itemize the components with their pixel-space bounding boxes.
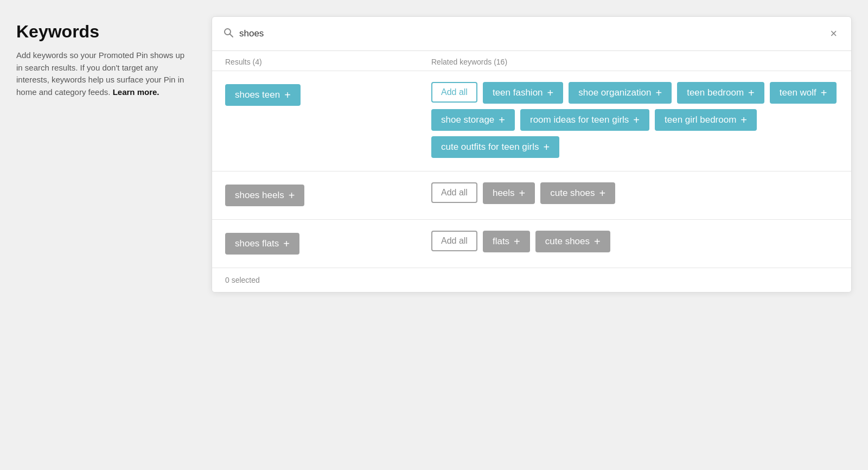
add-all-button-flats[interactable]: Add all	[431, 231, 477, 251]
keyword-button-shoes-teen[interactable]: shoes teen +	[225, 84, 301, 106]
plus-icon: +	[543, 142, 550, 153]
page-container: Keywords Add keywords so your Promoted P…	[16, 16, 852, 293]
keyword-button-shoes-heels[interactable]: shoes heels +	[225, 185, 304, 206]
plus-icon: +	[283, 238, 290, 249]
keyword-label: teen girl bedroom	[665, 115, 736, 125]
keyword-label: teen fashion	[493, 87, 543, 98]
search-bar: ×	[212, 17, 851, 51]
keyword-button-cute-shoes-flats[interactable]: cute shoes +	[535, 231, 610, 252]
section-right: Add all heels + cute shoes +	[431, 182, 838, 204]
search-icon	[223, 27, 234, 41]
section-left: shoes heels +	[225, 182, 431, 206]
plus-icon: +	[821, 87, 827, 98]
keyword-label: shoes flats	[235, 238, 279, 249]
result-section-shoes-teen: shoes teen + Add all teen fashion + shoe…	[212, 71, 851, 172]
section-row: shoes heels + Add all heels + cute shoes…	[225, 182, 838, 206]
plus-icon: +	[547, 87, 554, 98]
add-all-button-heels[interactable]: Add all	[431, 182, 477, 203]
section-left: shoes teen +	[225, 82, 431, 106]
keyword-label: shoe storage	[441, 115, 494, 125]
keyword-label: heels	[493, 188, 515, 199]
keyword-button-teen-girl-bedroom[interactable]: teen girl bedroom +	[655, 109, 757, 131]
results-column-header: Results (4)	[225, 58, 431, 66]
keyword-label: shoes heels	[235, 190, 284, 201]
plus-icon: +	[599, 188, 605, 199]
keyword-button-teen-bedroom[interactable]: teen bedroom +	[677, 82, 764, 104]
plus-icon: +	[519, 188, 526, 199]
keywords-modal: × Results (4) Related keywords (16) shoe…	[212, 16, 852, 293]
results-area: shoes teen + Add all teen fashion + shoe…	[212, 71, 851, 268]
keyword-button-teen-fashion[interactable]: teen fashion +	[483, 82, 563, 104]
add-all-button-teal[interactable]: Add all	[431, 82, 477, 103]
plus-icon: +	[499, 115, 505, 125]
keyword-button-cute-shoes-heels[interactable]: cute shoes +	[540, 182, 615, 204]
keyword-button-shoes-flats[interactable]: shoes flats +	[225, 233, 299, 255]
keyword-label: cute shoes	[545, 236, 590, 247]
close-button[interactable]: ×	[827, 27, 840, 41]
result-section-shoes-heels: shoes heels + Add all heels + cute shoes…	[212, 172, 851, 220]
section-left: shoes flats +	[225, 231, 431, 255]
sidebar-title: Keywords	[16, 22, 190, 42]
plus-icon: +	[633, 115, 640, 125]
section-right: Add all teen fashion + shoe organization…	[431, 82, 838, 158]
plus-icon: +	[289, 190, 295, 201]
column-headers: Results (4) Related keywords (16)	[212, 51, 851, 71]
keyword-button-room-ideas[interactable]: room ideas for teen girls +	[520, 109, 649, 131]
plus-icon: +	[748, 87, 755, 98]
sidebar-desc-text: Add keywords so your Promoted Pin shows …	[16, 50, 184, 97]
keyword-label: teen bedroom	[687, 87, 744, 98]
sidebar-learn-more[interactable]: Learn more.	[113, 87, 159, 97]
keyword-button-shoe-storage[interactable]: shoe storage +	[431, 109, 515, 131]
keyword-label: shoe organization	[578, 87, 651, 98]
keyword-button-teen-wolf[interactable]: teen wolf +	[770, 82, 837, 104]
search-input[interactable]	[239, 28, 821, 39]
selected-count-label: 0 selected	[225, 276, 260, 284]
keyword-label: flats	[493, 236, 509, 247]
section-right: Add all flats + cute shoes +	[431, 231, 838, 252]
plus-icon: +	[741, 115, 747, 125]
keyword-label: teen wolf	[780, 87, 816, 98]
keyword-button-flats[interactable]: flats +	[483, 231, 530, 252]
footer-bar: 0 selected	[212, 268, 851, 292]
keyword-label: room ideas for teen girls	[530, 115, 629, 125]
keyword-button-shoe-organization[interactable]: shoe organization +	[569, 82, 672, 104]
svg-line-1	[230, 34, 233, 37]
section-row: shoes flats + Add all flats + cute shoes…	[225, 231, 838, 255]
plus-icon: +	[594, 236, 601, 247]
keyword-button-cute-outfits[interactable]: cute outfits for teen girls +	[431, 136, 559, 158]
plus-icon: +	[284, 90, 291, 100]
keyword-button-heels[interactable]: heels +	[483, 182, 535, 204]
keyword-label: cute shoes	[550, 188, 595, 199]
keyword-label: cute outfits for teen girls	[441, 142, 539, 153]
sidebar: Keywords Add keywords so your Promoted P…	[16, 16, 190, 98]
plus-icon: +	[655, 87, 662, 98]
plus-icon: +	[514, 236, 520, 247]
related-column-header: Related keywords (16)	[431, 58, 838, 66]
result-section-shoes-flats: shoes flats + Add all flats + cute shoes…	[212, 220, 851, 268]
sidebar-description: Add keywords so your Promoted Pin shows …	[16, 49, 190, 98]
section-row: shoes teen + Add all teen fashion + shoe…	[225, 82, 838, 158]
keyword-label: shoes teen	[235, 90, 280, 100]
